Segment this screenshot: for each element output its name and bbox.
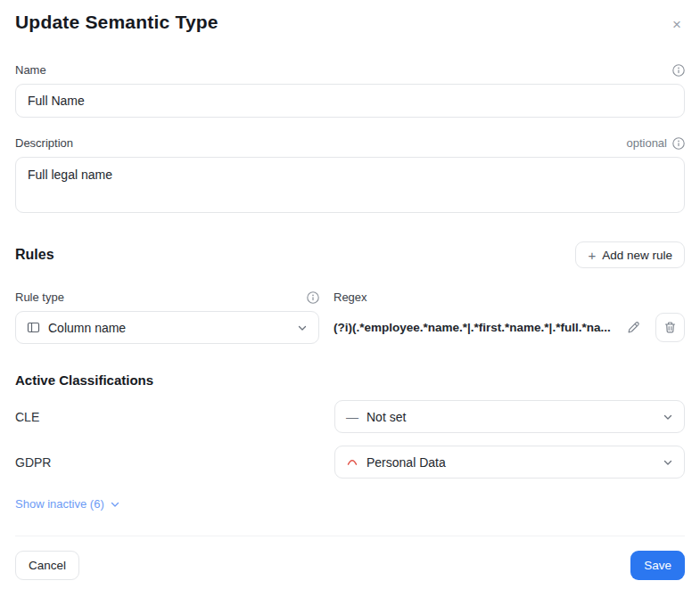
chevron-down-icon: [110, 499, 120, 510]
cancel-button[interactable]: Cancel: [15, 551, 79, 580]
name-input[interactable]: [15, 84, 685, 118]
info-icon: [672, 64, 685, 77]
info-icon: [672, 137, 685, 150]
rule-type-label: Rule type: [15, 290, 64, 304]
gdpr-select[interactable]: Personal Data: [334, 446, 685, 479]
modal-header: Update Semantic Type ×: [15, 0, 685, 36]
gdpr-value: Personal Data: [366, 455, 446, 470]
dash-icon: —: [346, 410, 358, 424]
optional-tag: optional: [626, 136, 667, 150]
gdpr-label: GDPR: [15, 455, 51, 470]
chevron-down-icon: [297, 323, 308, 333]
rule-type-value: Column name: [48, 321, 126, 335]
rule-row: Rule type Column name Regex (?i)(.*emplo…: [15, 290, 685, 344]
trash-icon: [663, 321, 677, 334]
info-icon: [307, 291, 319, 304]
add-new-rule-label: Add new rule: [602, 249, 672, 262]
regex-label: Regex: [334, 290, 367, 304]
plus-icon: +: [588, 248, 596, 263]
description-textarea[interactable]: Full legal name: [15, 157, 685, 213]
classification-row-cle: CLE — Not set: [15, 400, 685, 433]
edit-regex-button[interactable]: [622, 317, 644, 339]
description-label: Description: [15, 136, 73, 150]
modal-footer: Cancel Save: [15, 536, 685, 580]
cle-label: CLE: [15, 410, 39, 424]
show-inactive-toggle[interactable]: Show inactive (6): [15, 497, 120, 511]
show-inactive-label: Show inactive (6): [15, 497, 104, 511]
active-classifications-heading: Active Classifications: [15, 372, 685, 388]
name-field-block: Name: [15, 63, 685, 118]
name-label: Name: [15, 63, 46, 77]
chevron-down-icon: [663, 412, 673, 422]
edit-icon: [626, 321, 640, 335]
close-icon: ×: [672, 16, 681, 33]
rule-type-select[interactable]: Column name: [15, 311, 319, 344]
cle-value: Not set: [366, 410, 406, 424]
regex-value: (?i)(.*employee.*name.*|.*first.*name.*|…: [334, 321, 622, 334]
save-button[interactable]: Save: [630, 551, 685, 580]
rules-section-header: Rules + Add new rule: [15, 241, 685, 268]
cle-select[interactable]: — Not set: [334, 400, 685, 433]
column-icon: [27, 321, 40, 334]
add-new-rule-button[interactable]: + Add new rule: [575, 241, 685, 268]
personal-data-chevron-icon: [346, 456, 358, 469]
chevron-down-icon: [663, 457, 673, 468]
close-button[interactable]: ×: [669, 13, 685, 36]
delete-rule-button[interactable]: [655, 313, 685, 342]
description-field-block: Description optional Full legal name: [15, 136, 685, 217]
regex-block: Regex (?i)(.*employee.*name.*|.*first.*n…: [334, 290, 685, 344]
rule-type-block: Rule type Column name: [15, 290, 319, 344]
classification-row-gdpr: GDPR Personal Data: [15, 446, 685, 479]
page-title: Update Semantic Type: [15, 12, 218, 33]
rules-heading: Rules: [15, 247, 54, 263]
